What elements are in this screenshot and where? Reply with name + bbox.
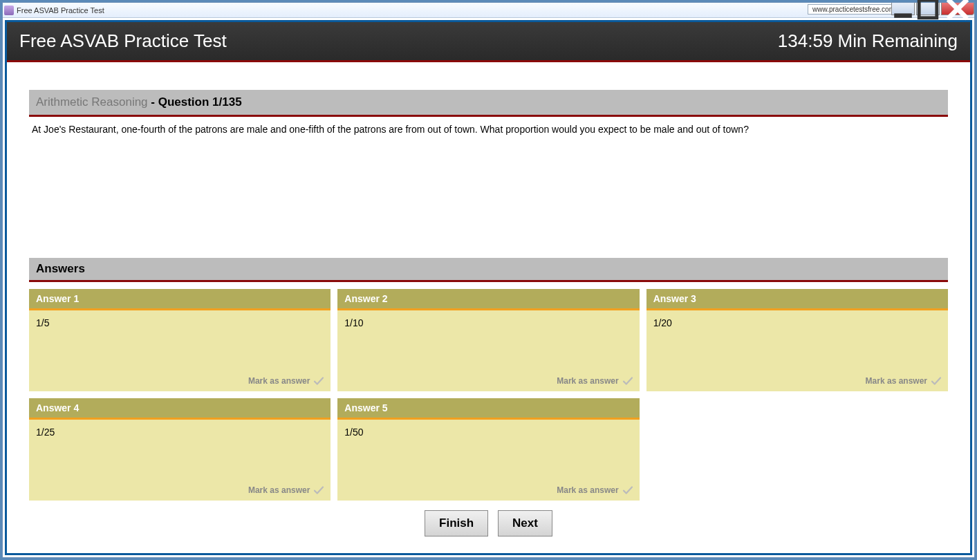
main-area: Arithmetic Reasoning - Question 1/135 At… xyxy=(7,62,970,553)
answer-5[interactable]: Answer 5 1/50 Mark as answer xyxy=(337,398,639,501)
mark-label: Mark as answer xyxy=(557,376,618,386)
mark-label: Mark as answer xyxy=(248,485,310,495)
mark-as-answer[interactable]: Mark as answer xyxy=(866,375,942,387)
answer-body: 1/5 Mark as answer xyxy=(29,310,331,391)
answer-body: 1/25 Mark as answer xyxy=(29,420,331,501)
question-text: At Joe's Restaurant, one-fourth of the p… xyxy=(29,117,948,142)
answer-body: 1/50 Mark as answer xyxy=(337,420,639,501)
answer-label: Answer 2 xyxy=(337,289,639,308)
timer: 134:59 Min Remaining xyxy=(778,30,958,52)
svg-rect-1 xyxy=(919,0,937,17)
answer-2[interactable]: Answer 2 1/10 Mark as answer xyxy=(337,289,639,391)
svg-rect-0 xyxy=(894,13,912,17)
question-counter: - Question 1/135 xyxy=(151,95,241,109)
minimize-button[interactable] xyxy=(891,3,915,15)
answer-body: 1/20 Mark as answer xyxy=(646,310,948,391)
answer-label: Answer 5 xyxy=(337,398,639,418)
answer-label: Answer 4 xyxy=(29,398,331,418)
answer-label: Answer 1 xyxy=(29,289,331,308)
check-icon xyxy=(930,375,942,387)
answers-header: Answers xyxy=(29,258,948,282)
question-category: Arithmetic Reasoning xyxy=(36,95,148,109)
mark-as-answer[interactable]: Mark as answer xyxy=(557,375,633,387)
footer: Finish Next xyxy=(29,501,948,546)
next-button[interactable]: Next xyxy=(498,510,552,536)
mark-label: Mark as answer xyxy=(866,376,927,386)
question-header: Arithmetic Reasoning - Question 1/135 xyxy=(29,90,948,117)
check-icon xyxy=(313,484,325,496)
answer-value: 1/50 xyxy=(344,427,363,438)
answer-label: Answer 3 xyxy=(646,289,948,308)
content-frame: Free ASVAB Practice Test 134:59 Min Rema… xyxy=(5,20,972,555)
answer-value: 1/20 xyxy=(653,317,672,328)
answer-value: 1/5 xyxy=(36,317,49,328)
app-window: Free ASVAB Practice Test www.practicetes… xyxy=(2,2,975,558)
maximize-button[interactable] xyxy=(916,3,940,15)
titlebar: Free ASVAB Practice Test www.practicetes… xyxy=(3,3,974,18)
page-title: Free ASVAB Practice Test xyxy=(19,30,227,52)
app-icon xyxy=(4,6,14,15)
answers-grid: Answer 1 1/5 Mark as answer Answer 2 1 xyxy=(29,289,948,501)
answer-value: 1/25 xyxy=(36,427,55,438)
window-controls xyxy=(890,3,974,15)
finish-button[interactable]: Finish xyxy=(425,510,488,536)
answer-1[interactable]: Answer 1 1/5 Mark as answer xyxy=(29,289,331,391)
url-box[interactable]: www.practicetestsfree.com xyxy=(808,4,900,15)
close-button[interactable] xyxy=(941,3,974,15)
answer-value: 1/10 xyxy=(344,317,363,328)
spacer xyxy=(29,142,948,258)
mark-as-answer[interactable]: Mark as answer xyxy=(248,484,325,496)
check-icon xyxy=(313,375,325,387)
check-icon xyxy=(622,484,634,496)
mark-as-answer[interactable]: Mark as answer xyxy=(557,484,633,496)
answer-body: 1/10 Mark as answer xyxy=(337,310,639,391)
answer-4[interactable]: Answer 4 1/25 Mark as answer xyxy=(29,398,331,501)
answer-3[interactable]: Answer 3 1/20 Mark as answer xyxy=(646,289,948,391)
mark-label: Mark as answer xyxy=(248,376,310,386)
mark-as-answer[interactable]: Mark as answer xyxy=(248,375,325,387)
window-title: Free ASVAB Practice Test xyxy=(17,6,104,15)
check-icon xyxy=(622,375,634,387)
mark-label: Mark as answer xyxy=(557,485,618,495)
app-header: Free ASVAB Practice Test 134:59 Min Rema… xyxy=(7,22,970,62)
